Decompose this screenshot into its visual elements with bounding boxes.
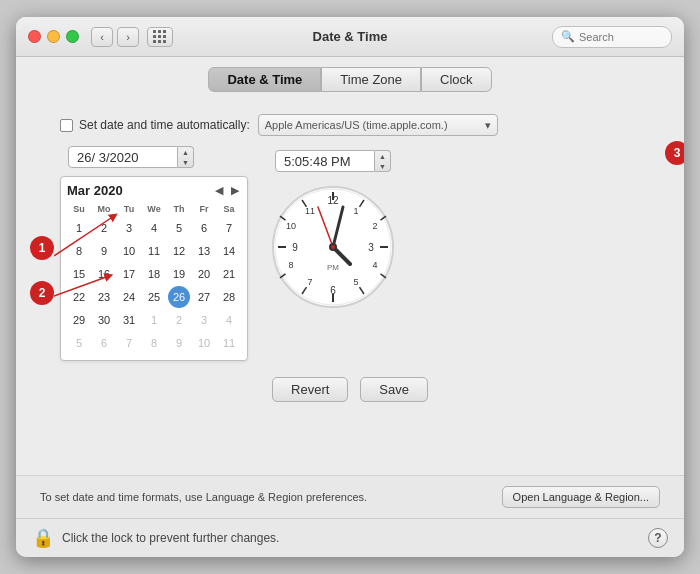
cal-day[interactable]: 15: [68, 263, 90, 285]
grid-icon: [153, 30, 167, 44]
svg-text:3: 3: [368, 242, 374, 253]
cal-day[interactable]: 20: [193, 263, 215, 285]
close-button[interactable]: [28, 30, 41, 43]
cal-day[interactable]: 11: [143, 240, 165, 262]
revert-save-row: Revert Save: [40, 377, 660, 402]
svg-text:11: 11: [305, 206, 315, 216]
cal-day[interactable]: 5: [168, 217, 190, 239]
traffic-lights: [28, 30, 79, 43]
tab-date-time[interactable]: Date & Time: [208, 67, 321, 92]
dow-we: We: [142, 202, 166, 216]
cal-day[interactable]: 17: [118, 263, 140, 285]
cal-day-other[interactable]: 1: [143, 309, 165, 331]
forward-button[interactable]: ›: [117, 27, 139, 47]
cal-day[interactable]: 7: [218, 217, 240, 239]
clock-container: 12 3 6 9 1 2 4 5 7 8 10 11 PM: [268, 182, 398, 312]
cal-day[interactable]: 24: [118, 286, 140, 308]
cal-day[interactable]: 2: [93, 217, 115, 239]
cal-day[interactable]: 9: [93, 240, 115, 262]
cal-day-other[interactable]: 9: [168, 332, 190, 354]
maximize-button[interactable]: [66, 30, 79, 43]
cal-day-other[interactable]: 10: [193, 332, 215, 354]
auto-set-checkbox[interactable]: [60, 119, 73, 132]
svg-text:6: 6: [330, 285, 336, 296]
cal-day-other[interactable]: 5: [68, 332, 90, 354]
cal-day[interactable]: 13: [193, 240, 215, 262]
cal-day[interactable]: 25: [143, 286, 165, 308]
cal-day[interactable]: 22: [68, 286, 90, 308]
tab-clock[interactable]: Clock: [421, 67, 492, 92]
help-button[interactable]: ?: [648, 528, 668, 548]
date-stepper-down[interactable]: ▼: [178, 157, 193, 167]
auto-set-text: Set date and time automatically:: [79, 118, 250, 132]
calendar-nav: ◀ ▶: [213, 184, 241, 197]
cal-day-other[interactable]: 8: [143, 332, 165, 354]
svg-text:10: 10: [286, 221, 296, 231]
minimize-button[interactable]: [47, 30, 60, 43]
lock-bar: 🔒 Click the lock to prevent further chan…: [16, 518, 684, 557]
main-window: ‹ › Date & Time 🔍 Date & Time Time Zone …: [16, 17, 684, 557]
calendar-grid: Su Mo Tu We Th Fr Sa 1 2 3 4 5 6: [67, 202, 241, 354]
cal-day-other[interactable]: 6: [93, 332, 115, 354]
cal-day[interactable]: 27: [193, 286, 215, 308]
cal-day-other[interactable]: 11: [218, 332, 240, 354]
calendar-month-year: Mar 2020: [67, 183, 123, 198]
cal-day-other[interactable]: 2: [168, 309, 190, 331]
cal-day[interactable]: 18: [143, 263, 165, 285]
calendar-next[interactable]: ▶: [229, 184, 241, 197]
dow-mo: Mo: [92, 202, 116, 216]
time-stepper-down[interactable]: ▼: [375, 161, 390, 171]
cal-day[interactable]: 23: [93, 286, 115, 308]
chevron-down-icon: ▾: [485, 119, 491, 132]
time-field[interactable]: 5:05:48 PM: [275, 150, 375, 172]
window-title: Date & Time: [313, 29, 388, 44]
search-box[interactable]: 🔍: [552, 26, 672, 48]
grid-button[interactable]: [147, 27, 173, 47]
cal-day[interactable]: 12: [168, 240, 190, 262]
date-stepper-up[interactable]: ▲: [178, 147, 193, 157]
cal-day[interactable]: 1: [68, 217, 90, 239]
cal-day-other[interactable]: 3: [193, 309, 215, 331]
open-language-region-button[interactable]: Open Language & Region...: [502, 486, 660, 508]
svg-text:9: 9: [292, 242, 298, 253]
dow-fr: Fr: [192, 202, 216, 216]
cal-day[interactable]: 6: [193, 217, 215, 239]
cal-day[interactable]: 4: [143, 217, 165, 239]
cal-day[interactable]: 16: [93, 263, 115, 285]
revert-button[interactable]: Revert: [272, 377, 348, 402]
back-button[interactable]: ‹: [91, 27, 113, 47]
tab-time-zone[interactable]: Time Zone: [321, 67, 421, 92]
lock-text: Click the lock to prevent further change…: [62, 531, 640, 545]
time-stepper[interactable]: ▲ ▼: [375, 150, 391, 172]
cal-day[interactable]: 3: [118, 217, 140, 239]
search-input[interactable]: [579, 31, 669, 43]
save-button[interactable]: Save: [360, 377, 428, 402]
cal-day[interactable]: 14: [218, 240, 240, 262]
cal-day[interactable]: 21: [218, 263, 240, 285]
svg-point-33: [331, 245, 335, 249]
date-field[interactable]: 26/ 3/2020: [68, 146, 178, 168]
time-stepper-up[interactable]: ▲: [375, 151, 390, 161]
calendar-prev[interactable]: ◀: [213, 184, 225, 197]
content-area: Set date and time automatically: Apple A…: [16, 100, 684, 475]
annotation-circle-3: 3: [665, 141, 684, 165]
cal-day[interactable]: 30: [93, 309, 115, 331]
lock-icon[interactable]: 🔒: [32, 527, 54, 549]
cal-day[interactable]: 31: [118, 309, 140, 331]
cal-day-other[interactable]: 4: [218, 309, 240, 331]
bottom-info-text: To set date and time formats, use Langua…: [40, 491, 367, 503]
cal-day[interactable]: 19: [168, 263, 190, 285]
cal-day-other[interactable]: 7: [118, 332, 140, 354]
server-dropdown-value: Apple Americas/US (time.apple.com.): [265, 119, 448, 131]
cal-day[interactable]: 28: [218, 286, 240, 308]
left-section: 26/ 3/2020 ▲ ▼ Mar 2020 ◀ ▶: [60, 146, 248, 361]
cal-day[interactable]: 10: [118, 240, 140, 262]
dow-th: Th: [167, 202, 191, 216]
right-section: 3 5:05:48 PM ▲ ▼: [268, 146, 398, 312]
dow-sa: Sa: [217, 202, 241, 216]
cal-day[interactable]: 29: [68, 309, 90, 331]
server-dropdown[interactable]: Apple Americas/US (time.apple.com.) ▾: [258, 114, 498, 136]
cal-day[interactable]: 8: [68, 240, 90, 262]
cal-day-selected[interactable]: 26: [168, 286, 190, 308]
date-stepper[interactable]: ▲ ▼: [178, 146, 194, 168]
